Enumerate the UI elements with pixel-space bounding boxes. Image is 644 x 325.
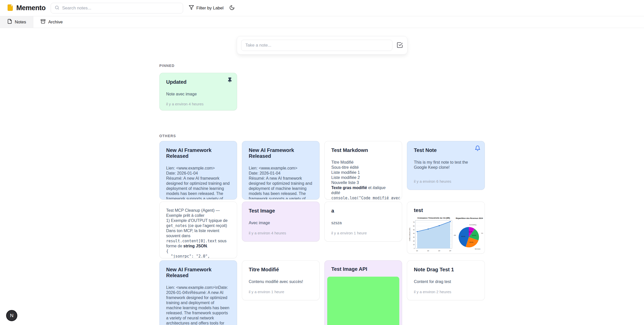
note-title: Test Markdown (331, 147, 395, 153)
note-body: Avec image (249, 220, 313, 225)
note-body: Lien: <www.example.com>\nDate: 2026-01-0… (166, 285, 230, 325)
file-icon (7, 19, 12, 25)
svg-text:40: 40 (413, 233, 415, 234)
avatar-initial: N (10, 313, 13, 318)
search-box (51, 3, 183, 13)
others-grid: New AI Framework Released Lien: <www.exa… (159, 141, 485, 325)
tab-archive[interactable]: Archive (33, 16, 70, 28)
note-card-test-charts[interactable]: test Croissance Trimestrielle du CA (M€)… (407, 202, 485, 254)
svg-text:10: 10 (413, 244, 415, 245)
note-card-test-markdown[interactable]: Test Markdown Titre Modifié Sous-titre é… (324, 141, 402, 200)
theme-toggle-button[interactable] (229, 5, 235, 11)
note-card-test-image[interactable]: Test Image Avec image il y a environ 4 h… (242, 202, 320, 242)
svg-text:20.0%: 20.0% (472, 235, 476, 236)
filter-by-label-button[interactable]: Filter by Label (189, 5, 224, 11)
svg-text:20: 20 (413, 240, 415, 242)
bell-icon[interactable] (475, 145, 481, 152)
note-body: Content for drag test (414, 279, 478, 284)
note-timestamp: il y a environ 4 heures (249, 226, 313, 235)
note-card-test-note[interactable]: Test Note This is my first note to test … (407, 141, 485, 190)
note-body: Note avec image (166, 92, 230, 97)
check-square-icon (396, 42, 403, 49)
svg-text:Chiffre d'affaires (M€): Chiffre d'affaires (M€) (409, 228, 410, 241)
note-card-updated[interactable]: Updated Note avec image il y a environ 4… (159, 73, 237, 110)
search-input[interactable] (62, 6, 179, 11)
search-icon (54, 5, 60, 11)
note-timestamp: il y a environ 2 heures (414, 285, 478, 294)
note-body: Contenu modifié avec succès! (249, 279, 313, 284)
note-title: New AI Framework Released (166, 267, 230, 278)
note-title: New AI Framework Released (166, 147, 230, 159)
others-section-label: OTHERS (159, 134, 485, 138)
svg-text:Q3: Q3 (438, 250, 440, 251)
svg-text:Q2: Q2 (427, 250, 429, 251)
pie-chart-image: Répartition des Revenus 202410.0%Consult… (454, 216, 483, 252)
svg-text:Services: Services (475, 248, 480, 250)
note-title: Test Note (414, 147, 478, 153)
svg-text:Croissance Trimestrielle du CA: Croissance Trimestrielle du CA (M€) (417, 217, 450, 219)
note-card-ai-framework-1[interactable]: New AI Framework Released Lien: <www.exa… (159, 141, 237, 200)
svg-text:70: 70 (413, 221, 415, 223)
svg-text:Consulting: Consulting (469, 224, 476, 225)
moon-icon (229, 5, 235, 11)
note-timestamp: il y a environ 1 heure (331, 226, 395, 235)
svg-text:Q1: Q1 (416, 250, 418, 251)
note-title: Note Drag Test 1 (414, 267, 478, 273)
note-title: Test Image API (325, 261, 402, 272)
app-logo: Memento (7, 4, 46, 12)
archive-icon (40, 19, 46, 25)
filter-label: Filter by Label (196, 6, 224, 11)
note-card-test-image-api[interactable]: Test Image API (324, 260, 402, 325)
note-timestamp: il y a environ 4 heures (166, 97, 230, 106)
note-card-mcp-cleanup[interactable]: Test MCP Cleanup (Agent) — Exemple prêt … (159, 202, 237, 258)
note-title: New AI Framework Released (249, 147, 313, 159)
svg-text:30: 30 (413, 236, 415, 238)
user-avatar[interactable]: N (6, 310, 17, 321)
area-chart-image: Croissance Trimestrielle du CA (M€)01020… (409, 216, 453, 252)
take-a-note-input[interactable] (241, 40, 392, 51)
tab-notes[interactable]: Notes (0, 16, 33, 28)
page-title: Memento (16, 4, 46, 12)
note-body: Titre Modifié Sous-titre édité Liste mod… (331, 160, 395, 200)
note-timestamp: il y a environ 1 heure (249, 285, 313, 294)
note-composer (237, 36, 407, 54)
svg-text:60: 60 (413, 225, 415, 227)
svg-text:Q4: Q4 (449, 250, 451, 251)
pinned-section-label: PINNED (159, 64, 485, 68)
note-title: test (407, 202, 484, 213)
svg-text:45.0%: 45.0% (461, 236, 465, 237)
note-body: Test MCP Cleanup (Agent) — Exemple prêt … (166, 208, 230, 258)
svg-text:0: 0 (414, 248, 415, 249)
pinned-grid: Updated Note avec image il y a environ 4… (159, 73, 485, 110)
note-card-ai-framework-3[interactable]: New AI Framework Released Lien: <www.exa… (159, 260, 237, 325)
note-image-green (327, 277, 399, 325)
note-images: Croissance Trimestrielle du CA (M€)01020… (409, 216, 483, 252)
note-title: Test Image (249, 208, 313, 214)
note-card-ai-framework-2[interactable]: New AI Framework Released Lien: <www.exa… (242, 141, 320, 200)
filter-icon (189, 5, 194, 11)
svg-text:Licences: Licences (481, 232, 483, 234)
note-body: szsza (331, 220, 395, 225)
note-card-note-drag[interactable]: Note Drag Test 1 Content for drag test i… (407, 260, 485, 300)
note-card-a[interactable]: a szsza il y a environ 1 heure (324, 202, 402, 242)
note-card-titre-modifie[interactable]: Titre Modifié Contenu modifié avec succè… (242, 260, 320, 300)
pin-icon[interactable] (227, 77, 233, 84)
app-header: Memento Filter by Label (0, 0, 644, 16)
note-title: Updated (166, 79, 230, 85)
svg-text:Produits: Produits (454, 234, 456, 236)
svg-text:10.0%: 10.0% (469, 231, 473, 233)
note-body: Lien: <www.example.com> Date: 2026-01-04… (166, 166, 230, 200)
svg-text:Répartition des Revenus 2024: Répartition des Revenus 2024 (456, 217, 483, 219)
new-checklist-button[interactable] (396, 42, 403, 49)
tab-notes-label: Notes (15, 20, 26, 25)
note-title: a (331, 208, 395, 214)
note-body: This is my first note to test the Google… (414, 160, 478, 170)
tab-bar: Notes Archive (0, 16, 644, 28)
note-timestamp: il y a environ 6 heures (414, 174, 478, 183)
note-title: Titre Modifié (249, 267, 313, 273)
note-body: Lien: <www.example.com> Date: 2026-01-04… (249, 166, 313, 200)
svg-text:50: 50 (413, 229, 415, 231)
tab-archive-label: Archive (48, 20, 63, 25)
svg-text:25.0%: 25.0% (469, 242, 473, 243)
note-file-icon (7, 4, 14, 12)
